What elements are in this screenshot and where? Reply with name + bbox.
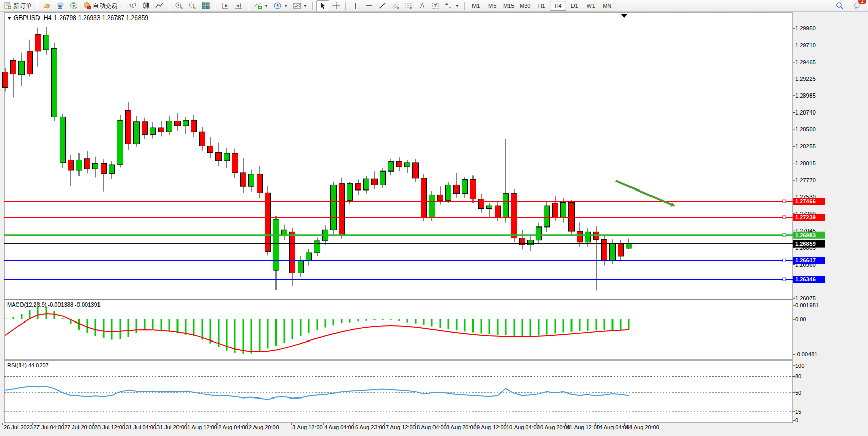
crosshair-button[interactable]	[329, 0, 343, 11]
macd-hist-bar	[358, 319, 359, 321]
horizontal-line-button[interactable]	[362, 0, 376, 11]
label-button[interactable]: T	[429, 0, 442, 11]
macd-hist-bar	[111, 319, 113, 340]
time-tick-label: 31 Jul 04:00	[126, 424, 156, 430]
tile-windows-button[interactable]	[199, 0, 212, 11]
candle-body	[610, 243, 616, 261]
price-tick-label: 1.29710	[795, 42, 816, 48]
macd-hist-bar	[259, 319, 261, 351]
market-depth-button[interactable]	[41, 0, 54, 11]
chevron-down-icon: ▼	[455, 4, 459, 8]
chat-button[interactable]: 1	[851, 0, 864, 11]
equidistant-channel-button[interactable]: E	[389, 0, 402, 11]
zoom-in-button[interactable]	[172, 0, 186, 11]
macd-hist-bar	[497, 319, 499, 335]
macd-label: MACD(12,26,9) -0.001388 -0.001391	[7, 301, 101, 308]
macd-hist-bar	[275, 319, 277, 346]
symbol-info[interactable]: GBPUSD-,H4 1.26798 1.26933 1.26787 1.268…	[7, 14, 148, 22]
cursor-button[interactable]	[316, 0, 329, 11]
candle-body	[347, 184, 353, 201]
timeframe-m5[interactable]: M5	[484, 1, 501, 11]
timeframe-m1[interactable]: M1	[468, 1, 484, 11]
candle-body	[479, 199, 484, 209]
new-order-button[interactable]: 新订单	[1, 0, 34, 11]
candle-body	[85, 159, 90, 169]
macd-hist-bar	[505, 319, 507, 335]
macd-hist-bar	[267, 319, 269, 349]
timeframe-mn[interactable]: MN	[599, 1, 616, 11]
time-tick-label: 4 Aug 04:00	[324, 424, 354, 430]
candle-body	[561, 202, 566, 217]
time-tick-label: 10 Aug 20:00	[537, 424, 570, 430]
macd-tick-label: -0.00481	[795, 351, 817, 357]
candle-body	[331, 185, 337, 230]
macd-hist-bar	[177, 319, 179, 333]
macd-hist-bar	[596, 319, 597, 330]
timeframe-w1[interactable]: W1	[583, 1, 599, 11]
chart-canvas[interactable]: 1.299501.297101.294651.292251.289851.287…	[0, 11, 868, 436]
signals-button[interactable]	[67, 0, 81, 11]
chart-shift-button[interactable]	[232, 0, 245, 11]
candle-body	[191, 120, 197, 132]
templates-button[interactable]: ▼	[290, 0, 310, 11]
separator	[312, 2, 313, 10]
trendline-button[interactable]	[376, 0, 389, 11]
rsi-tick-label: 15	[795, 409, 801, 415]
candle-body	[446, 185, 451, 200]
macd-hist-bar	[325, 319, 326, 328]
pane-border	[4, 300, 793, 359]
candle-body	[388, 161, 394, 171]
bar-chart-button[interactable]	[126, 0, 140, 11]
timeframe-h1[interactable]: H1	[534, 1, 550, 11]
macd-hist-bar	[333, 319, 334, 325]
macd-hist-bar	[489, 319, 490, 334]
chevron-down-icon: ▼	[284, 4, 288, 8]
macd-hist-bar	[5, 319, 6, 319]
timeframe-m15[interactable]: M15	[501, 1, 517, 11]
line-chart-button[interactable]	[153, 0, 166, 11]
mql5-community-button[interactable]	[54, 0, 67, 11]
horizontal-line-icon	[365, 2, 373, 10]
candle-body	[314, 241, 320, 253]
macd-hist-bar	[620, 319, 622, 330]
time-axis: 26 Jul 202327 Jul 04:0027 Jul 20:0028 Ju…	[3, 423, 659, 430]
line-chart-icon	[155, 2, 164, 10]
macd-hist-bar	[349, 319, 351, 323]
price-tag-label: 1.26983	[795, 232, 816, 238]
macd-hist-bar	[341, 319, 343, 323]
search-button[interactable]	[833, 0, 846, 11]
macd-hist-bar	[152, 319, 154, 329]
candle-body	[495, 206, 501, 217]
autotrading-button[interactable]: 自动交易	[81, 0, 120, 11]
hline-handle	[783, 216, 786, 219]
candlestick-chart-button[interactable]	[140, 0, 153, 11]
arrows-icon	[445, 2, 453, 10]
chart-window[interactable]: 1.299501.297101.294651.292251.289851.287…	[0, 11, 868, 436]
collapse-arrow-icon[interactable]	[7, 17, 11, 20]
arrows-button[interactable]: ▼	[442, 0, 462, 11]
svg-text:F: F	[410, 7, 412, 10]
text-icon: A	[418, 2, 426, 10]
macd-hist-bar	[522, 319, 523, 336]
time-tick-label: 10 Aug 04:00	[506, 424, 540, 430]
zoom-out-button[interactable]	[186, 0, 199, 11]
timeframe-d1[interactable]: D1	[566, 1, 583, 11]
time-tick-label: 11 Aug 12:00	[567, 424, 600, 430]
timeframe-h4[interactable]: H4	[550, 1, 566, 11]
text-button[interactable]: A	[416, 0, 429, 11]
periods-button[interactable]: ▼	[271, 0, 290, 11]
time-tick-label: 7 Aug 12:00	[386, 424, 416, 430]
price-tick-label: 1.28985	[795, 92, 816, 99]
vertical-line-button[interactable]	[349, 0, 362, 11]
indicators-button[interactable]: ▼	[251, 0, 271, 11]
candle-body	[273, 219, 279, 270]
candle-body	[306, 253, 312, 260]
time-tick-label: 6 Aug 23:00	[355, 424, 385, 430]
candle-body	[3, 72, 8, 88]
auto-scroll-button[interactable]	[219, 0, 232, 11]
candle-body	[421, 178, 427, 217]
macd-hist-bar	[514, 319, 515, 336]
fibonacci-button[interactable]: F	[402, 0, 416, 11]
timeframe-m30[interactable]: M30	[517, 1, 534, 11]
hline-handle	[783, 200, 786, 203]
